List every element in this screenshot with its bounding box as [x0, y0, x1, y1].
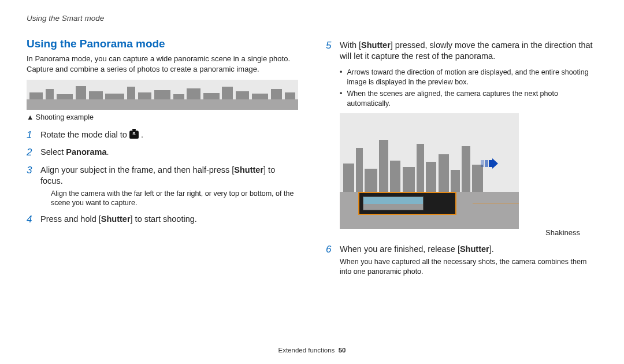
step-5-bullets: Arrows toward the direction of motion ar…	[340, 68, 597, 109]
step-text: With [	[340, 40, 361, 50]
page-title: Using the Panorama mode	[27, 38, 298, 50]
step-text-bold: Shutter	[234, 165, 263, 174]
shakiness-label: Shakiness	[545, 228, 580, 237]
step-note: Align the camera with the far left or th…	[51, 189, 298, 209]
step-number: 1	[27, 129, 35, 141]
step-text-bold: Shutter	[460, 244, 489, 254]
step-2: 2 Select Panorama.	[27, 147, 298, 158]
page-section-header: Using the Smart mode	[27, 14, 597, 23]
step-text: When you are finished, release [	[340, 244, 460, 254]
step-text: Select	[40, 147, 66, 157]
step-number: 4	[27, 214, 35, 225]
step-text: .	[106, 147, 109, 157]
step-6: 6 When you are finished, release [Shutte…	[326, 244, 597, 277]
bullet-text: Arrows toward the direction of motion ar…	[347, 68, 597, 87]
step-number: 2	[27, 147, 35, 158]
step-5: 5 With [Shutter] pressed, slowly move th…	[326, 40, 597, 62]
mode-dial-s-icon	[129, 131, 139, 139]
example-caption: ▲ Shooting example	[27, 113, 298, 121]
preview-box	[358, 192, 456, 215]
page-footer: Extended functions 50	[0, 347, 624, 354]
footer-section: Extended functions	[278, 347, 335, 354]
step-text: .	[139, 130, 143, 139]
panorama-preview-image	[340, 113, 519, 229]
example-caption-text: Shooting example	[36, 113, 94, 121]
panorama-example-image	[27, 80, 298, 110]
step-number: 5	[326, 40, 334, 62]
step-1: 1 Rotate the mode dial to .	[27, 129, 298, 141]
footer-page-number: 50	[339, 347, 346, 354]
bullet-text: When the scenes are aligned, the camera …	[347, 89, 597, 109]
step-number: 3	[27, 165, 35, 208]
step-text-bold: Shutter	[361, 40, 391, 50]
step-text-bold: Shutter	[101, 214, 131, 224]
step-note: When you have captured all the necessary…	[340, 257, 597, 277]
step-number: 6	[326, 244, 334, 277]
step-text: ] to start shooting.	[131, 214, 197, 224]
step-text: Press and hold [	[40, 214, 101, 224]
step-text: ].	[489, 244, 494, 254]
step-4: 4 Press and hold [Shutter] to start shoo…	[27, 214, 298, 225]
callout-line	[473, 203, 519, 203]
intro-text: In Panorama mode, you can capture a wide…	[27, 54, 298, 74]
step-3: 3 Align your subject in the frame, and t…	[27, 165, 298, 208]
direction-arrow-icon	[481, 158, 497, 169]
step-text: Rotate the mode dial to	[40, 130, 129, 139]
step-text: Align your subject in the frame, and the…	[40, 165, 234, 174]
step-text-bold: Panorama	[66, 147, 106, 157]
